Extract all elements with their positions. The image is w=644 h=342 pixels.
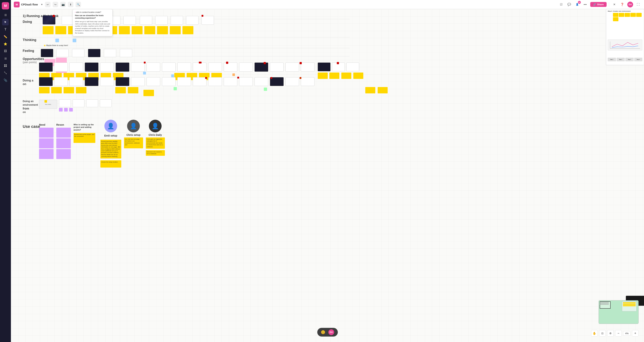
ss-row3-18 — [301, 77, 314, 86]
maybe-note: ⭐ Maybe there is a way here! — [44, 44, 68, 46]
ss-low-4 — [100, 99, 112, 107]
right-panel: Step 1 Step 2 Step 3 Step 4 Step 3: Crea… — [606, 9, 644, 65]
marker-far-2 — [337, 62, 339, 64]
user-count-button[interactable]: 👤 10 — [574, 2, 580, 7]
sidebar-item-apps[interactable]: ⊞ — [2, 55, 9, 62]
svg-rect-3 — [6, 66, 7, 67]
marker-far-3 — [300, 77, 302, 79]
sty-purple-low-3 — [69, 108, 73, 112]
marker-far-1 — [300, 62, 302, 64]
canvas[interactable]: • able in context location create? How c… — [11, 9, 644, 342]
screenshot-mid-3 — [72, 49, 84, 57]
marker-teal-2 — [171, 74, 174, 77]
sidebar-item-cursor[interactable] — [2, 19, 9, 25]
ss-row2-7 — [131, 63, 145, 72]
svg-rect-1 — [6, 64, 7, 65]
section-on-label: on — [23, 111, 26, 114]
title-chevron-icon[interactable]: ▼ — [41, 3, 43, 6]
screenshot-mid-5 — [104, 49, 116, 57]
sty-b2 — [51, 87, 62, 93]
sty-b1 — [39, 87, 50, 93]
reason-column: Reson — [56, 123, 71, 159]
ss-far-3 — [346, 63, 359, 71]
ss-row2-3 — [69, 63, 83, 72]
sidebar-item-draw[interactable]: ✏️ — [2, 33, 9, 40]
download-button[interactable]: ⬇ — [68, 2, 73, 7]
user-count-badge: 10 — [578, 1, 581, 4]
search-button[interactable]: 🔍 — [76, 2, 81, 7]
sticky-yellow-2 — [56, 26, 66, 34]
zoom-out-button[interactable]: − — [615, 330, 622, 337]
ss-row3-12 — [208, 77, 222, 86]
row-doing: Doing — [23, 20, 32, 24]
sidebar-item-home[interactable]: ⊞ — [2, 11, 9, 18]
screenshot-2 — [62, 16, 74, 25]
close-icon[interactable]: ✕ — [611, 2, 617, 7]
ss-low-2 — [72, 99, 84, 107]
sidebar-item-table[interactable] — [2, 62, 9, 69]
sticky-green-1 — [174, 87, 177, 90]
undo-button[interactable]: ↩ — [45, 2, 50, 7]
zoom-level-display: 4% — [623, 331, 630, 336]
divider-3 — [23, 48, 350, 48]
share-button[interactable]: 🔗 Share — [590, 2, 606, 7]
ss-row3-2 — [54, 77, 68, 86]
sidebar-item-embed[interactable]: 📎 — [2, 77, 9, 83]
canvas-settings-button[interactable]: ⚙ — [607, 330, 614, 337]
toolbar-user-avatar[interactable]: GA — [328, 329, 334, 335]
sticky-yellow-10 — [157, 26, 168, 34]
header: M CPDaaS flow ▼ ↩ ↪ 📷 ⬇ 🔍 ☑ 💬 👤 10 ••• 🔗… — [11, 0, 644, 9]
sty-far-2 — [329, 73, 339, 79]
ss-row3-14 — [239, 77, 253, 86]
app-logo[interactable]: M — [2, 2, 9, 9]
ss-row2-13 — [224, 63, 237, 72]
flow-diagram: flow nodes — [39, 100, 57, 109]
screenshot-7 — [140, 16, 152, 25]
sticky-yellow-11 — [170, 26, 181, 34]
sticky-yellow-1 — [43, 26, 54, 34]
sty-far-5 — [365, 87, 375, 93]
emoji-button[interactable]: 😊 — [321, 330, 325, 334]
sidebar-item-connector[interactable] — [2, 70, 9, 76]
redo-button[interactable]: ↪ — [53, 2, 58, 7]
viewport-button[interactable]: ⊡ — [599, 330, 606, 337]
screenshot-6 — [124, 16, 136, 25]
minimap[interactable] — [598, 300, 638, 324]
ss-row2-1 — [39, 63, 53, 72]
minimap-viewport — [600, 301, 610, 309]
svg-line-6 — [4, 72, 6, 74]
more-button[interactable]: ••• — [582, 2, 588, 7]
ss-row3-15 — [254, 77, 268, 86]
sty-b4 — [76, 87, 86, 93]
who-setup-box: Who is setting up the project and adding… — [74, 123, 97, 143]
sticky-orange-1 — [232, 73, 235, 76]
sty-b5 — [115, 87, 126, 93]
marker-right-3 — [237, 77, 239, 79]
pan-tool-button[interactable]: ✋ — [591, 330, 598, 337]
comment-button[interactable]: 💬 — [566, 2, 572, 7]
sty-far-3 — [341, 73, 351, 79]
sidebar-item-shapes[interactable]: ⭐ — [2, 41, 9, 47]
ss-row3-7 — [131, 77, 145, 86]
screenshot-mid-1 — [41, 49, 53, 57]
expand-button[interactable]: ⛶ — [635, 2, 641, 7]
camera-button[interactable]: 📷 — [60, 2, 66, 7]
sty-far-4 — [353, 73, 363, 79]
ss-row3-8 — [146, 77, 160, 86]
sty-purple-low-2 — [64, 108, 68, 112]
svg-rect-2 — [4, 66, 5, 67]
marker-mid-1 — [226, 62, 228, 64]
checkbox-button[interactable]: ☑ — [558, 2, 564, 7]
zoom-in-button[interactable]: + — [632, 330, 638, 337]
screenshot-8 — [155, 16, 168, 25]
sidebar-item-text[interactable]: T — [2, 26, 9, 33]
sidebar-item-image[interactable]: 🖼 — [2, 48, 9, 54]
sticky-yellow-9 — [144, 26, 155, 34]
sidebar: M ⊞ T ✏️ ⭐ 🖼 ⊞ 📎 — [0, 0, 11, 342]
section-2-sublabel: on — [23, 83, 26, 86]
user-avatar[interactable]: GA — [627, 2, 633, 7]
ss-row2-9 — [162, 63, 176, 72]
persona-chris-daily: 👤 Chris Daily Chris gets an organized, u… — [145, 120, 165, 156]
ss-row2-6 — [116, 63, 129, 72]
help-button[interactable]: ❓ — [619, 2, 625, 7]
